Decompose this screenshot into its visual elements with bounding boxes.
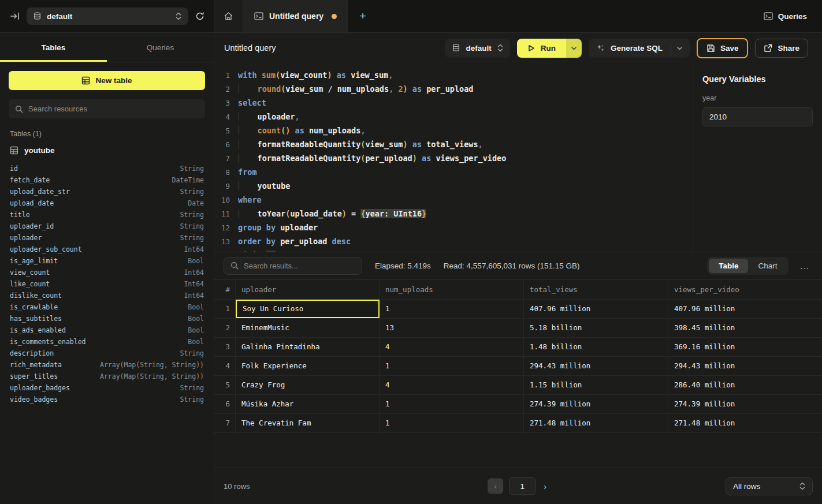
run-label: Run (541, 44, 556, 53)
tab-queries[interactable]: Queries (107, 33, 214, 62)
line-number: 5 (214, 126, 230, 135)
save-button[interactable]: Save (697, 38, 749, 58)
table-cell[interactable]: 4 (380, 376, 524, 394)
view-toggle-table[interactable]: Table (709, 259, 748, 273)
table-cell[interactable]: 271.48 million (668, 414, 822, 432)
code-line: 10where (214, 193, 693, 207)
column-row[interactable]: is_crawlableBool (10, 301, 204, 313)
run-options-caret[interactable] (566, 39, 582, 58)
table-cell[interactable]: The Crevatin Fam (236, 414, 380, 432)
column-row[interactable]: is_age_limitBool (10, 255, 204, 267)
table-cell[interactable]: 286.40 million (668, 376, 822, 394)
column-row[interactable]: like_countInt64 (10, 278, 204, 290)
prev-page-button[interactable]: ‹ (488, 479, 503, 494)
table-cell[interactable]: 407.96 million (524, 300, 668, 318)
page-size-selector[interactable]: All rows (726, 477, 813, 495)
queries-button[interactable]: Queries (764, 12, 807, 21)
cell-value: 286.40 million (674, 380, 735, 389)
column-row[interactable]: has_subtitlesBool (10, 313, 204, 324)
new-tab-button[interactable]: + (348, 0, 377, 32)
table-cell[interactable]: 1 (380, 357, 524, 375)
column-row[interactable]: titleString (10, 209, 204, 221)
refresh-icon[interactable] (195, 12, 204, 21)
column-type: String (180, 222, 204, 230)
column-row[interactable]: uploader_badgesString (10, 382, 204, 394)
generate-sql-button[interactable]: Generate SQL (589, 39, 690, 58)
table-cell[interactable]: Soy Un Curioso (236, 300, 380, 318)
code-line: 11 toYear(upload_date) = {year: UInt16} (214, 207, 693, 221)
column-row[interactable]: is_ads_enabledBool (10, 324, 204, 336)
share-button[interactable]: Share (755, 39, 808, 58)
new-table-button[interactable]: New table (9, 71, 205, 90)
view-toggle-chart[interactable]: Chart (748, 259, 787, 273)
table-cell[interactable]: 294.43 million (668, 357, 822, 375)
table-cell[interactable]: 5.18 billion (524, 319, 668, 337)
code-line: 1with sum(view_count) as view_sum, (214, 68, 693, 82)
column-row[interactable]: view_countInt64 (10, 267, 204, 278)
column-row[interactable]: super_titlesArray(Map(String, String)) (10, 371, 204, 382)
search-results-input[interactable]: Search results... (224, 257, 362, 275)
table-cell[interactable]: 1 (380, 300, 524, 318)
table-cell[interactable]: 274.39 million (668, 395, 822, 413)
table-cell[interactable]: 13 (380, 319, 524, 337)
line-number: 3 (214, 99, 230, 107)
run-button[interactable]: Run (517, 39, 566, 58)
column-header[interactable]: # (214, 280, 236, 299)
row-number: 7 (214, 414, 236, 432)
table-cell[interactable]: 271.48 million (524, 414, 668, 432)
column-name: is_ads_enabled (10, 326, 66, 334)
results-menu-icon[interactable]: ... (797, 259, 813, 273)
sidebar: Tables Queries New table Search resource… (0, 33, 214, 504)
column-row[interactable]: uploaderString (10, 232, 204, 244)
cell-value: 398.45 million (674, 323, 735, 332)
column-row[interactable]: idString (10, 163, 204, 174)
table-cell[interactable]: 407.96 million (668, 300, 822, 318)
query-database-selector[interactable]: default (445, 39, 509, 58)
cell-value: 4 (385, 342, 390, 351)
table-cell[interactable]: Crazy Frog (236, 376, 380, 394)
sidebar-item-youtube-table[interactable]: youtube (0, 144, 214, 160)
generate-sql-caret[interactable] (671, 42, 686, 55)
unsaved-indicator-dot (332, 14, 337, 19)
column-row[interactable]: upload_date_strString (10, 186, 204, 197)
table-cell[interactable]: 1.15 billion (524, 376, 668, 394)
column-type: String (180, 384, 204, 392)
table-cell[interactable]: 294.43 million (524, 357, 668, 375)
column-header[interactable]: total_views (524, 280, 668, 299)
results-toolbar: Search results... Elapsed: 5.419s Read: … (214, 252, 822, 279)
content: Tables Queries New table Search resource… (0, 33, 822, 504)
table-cell[interactable]: Galinha Pintadinha (236, 338, 380, 356)
tab-tables[interactable]: Tables (0, 33, 107, 62)
column-header[interactable]: num_uploads (380, 280, 524, 299)
database-selector[interactable]: default (27, 8, 188, 25)
column-row[interactable]: descriptionString (10, 348, 204, 359)
column-header[interactable]: uploader (236, 280, 380, 299)
column-row[interactable]: uploader_idString (10, 221, 204, 232)
search-resources-input[interactable]: Search resources (9, 99, 205, 118)
table-cell[interactable]: Folk Experience (236, 357, 380, 375)
collapse-sidebar-icon[interactable] (10, 12, 20, 21)
home-tab[interactable] (214, 0, 243, 32)
next-page-button[interactable]: › (541, 479, 549, 493)
column-row[interactable]: uploader_sub_countInt64 (10, 244, 204, 255)
table-cell[interactable]: 1 (380, 414, 524, 432)
variable-year-input[interactable] (702, 107, 813, 126)
table-cell[interactable]: 1 (380, 395, 524, 413)
column-row[interactable]: upload_dateDate (10, 197, 204, 209)
column-header[interactable]: views_per_video (668, 280, 822, 299)
table-cell[interactable]: Músika Azhar (236, 395, 380, 413)
table-cell[interactable]: 1.48 billion (524, 338, 668, 356)
tab-untitled-query[interactable]: Untitled query (243, 0, 348, 32)
current-page-input[interactable]: 1 (509, 477, 535, 495)
column-row[interactable]: rich_metadataArray(Map(String, String)) (10, 359, 204, 371)
table-cell[interactable]: 369.16 million (668, 338, 822, 356)
column-row[interactable]: dislike_countInt64 (10, 290, 204, 301)
column-row[interactable]: fetch_dateDateTime (10, 174, 204, 186)
table-cell[interactable]: 4 (380, 338, 524, 356)
sql-editor[interactable]: 1with sum(view_count) as view_sum,2 roun… (214, 63, 693, 252)
table-cell[interactable]: 274.39 million (524, 395, 668, 413)
column-row[interactable]: video_badgesString (10, 394, 204, 405)
table-cell[interactable]: 398.45 million (668, 319, 822, 337)
column-row[interactable]: is_comments_enabledBool (10, 336, 204, 348)
table-cell[interactable]: EminemMusic (236, 319, 380, 337)
